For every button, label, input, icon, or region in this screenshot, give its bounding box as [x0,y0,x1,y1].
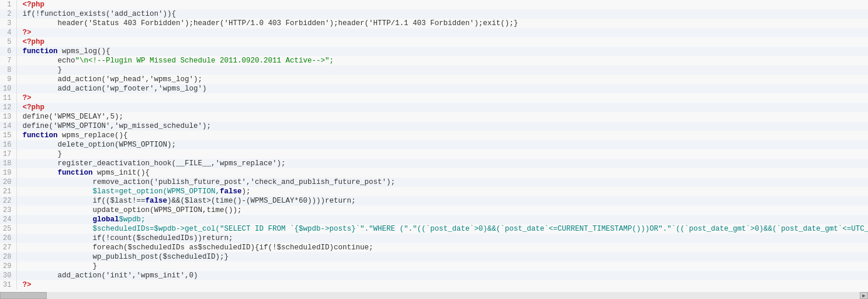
line-code: $last=get_option(WPMS_OPTION,false); [16,187,868,196]
code-token: <?php [23,1,45,9]
code-token: ?> [23,94,32,102]
line-number: 13 [0,112,16,121]
line-number: 20 [0,178,16,187]
line-number: 9 [0,75,16,84]
code-token: if(!count($scheduledIDs))return; [23,234,233,242]
line-number: 24 [0,215,16,224]
line-number: 29 [0,262,16,271]
code-token: global [93,215,119,224]
code-token: ?> [23,29,32,37]
line-code: delete_option(WPMS_OPTION); [16,140,868,150]
line-number: 31 [0,280,16,290]
code-token: echo [23,57,75,65]
table-row: 28 wp_publish_post($scheduledID);} [0,252,868,262]
table-row: 14define('WPMS_OPTION','wp_missed_schedu… [0,121,868,131]
code-token: add_action('wp_footer','wpms_log') [23,85,207,93]
line-number: 4 [0,28,16,37]
code-token: define('WPMS_DELAY',5); [23,113,124,121]
code-token: )&&($last>(time()-(WPMS_DELAY*60))))retu… [167,197,356,205]
code-token: wpms_replace(){ [58,131,128,140]
line-number: 27 [0,243,16,252]
line-code: if(!function_exists('add_action')){ [16,9,868,19]
table-row: 31?> [0,280,868,290]
code-token: wp_publish_post($scheduledID);} [23,253,229,261]
table-row: 26 if(!count($scheduledIDs))return; [0,234,868,243]
line-code: <?php [16,103,868,112]
line-code: if(!count($scheduledIDs))return; [16,234,868,243]
line-number: 10 [0,84,16,93]
table-row: 18 register_deactivation_hook(__FILE__,'… [0,159,868,168]
line-code: define('WPMS_OPTION','wp_missed_schedule… [16,121,868,131]
line-number: 15 [0,131,16,140]
line-code: update_option(WPMS_OPTION,time()); [16,206,868,215]
table-row: 22 if(($last!==false)&&($last>(time()-(W… [0,196,868,206]
line-code: echo"\n<!--Plugin WP Missed Schedule 201… [16,56,868,65]
code-token: function [23,131,58,140]
code-token: wpms_init(){ [93,169,150,177]
table-row: 12<?php [0,103,868,112]
line-code: $scheduledIDs=$wpdb->get_col("SELECT ID … [16,224,868,234]
line-number: 2 [0,9,16,19]
table-row: 20 remove_action('publish_future_post','… [0,178,868,187]
code-token: false [146,197,168,205]
line-code: header('Status 403 Forbidden');header('H… [16,19,868,28]
line-code: ?> [16,280,868,290]
line-code: function wpms_log(){ [16,47,868,56]
line-code: add_action('init','wpms_init',0) [16,271,868,280]
code-token: } [23,150,63,158]
scrollbar-thumb[interactable] [0,292,47,299]
line-code: wp_publish_post($scheduledID);} [16,252,868,262]
code-token: header('Status 403 Forbidden');header('H… [23,19,518,27]
line-code: <?php [16,0,868,9]
line-number: 19 [0,168,16,178]
code-token [23,169,58,177]
table-row: 29 } [0,262,868,271]
line-code: add_action('wp_head','wpms_log'); [16,75,868,84]
table-row: 25 $scheduledIDs=$wpdb->get_col("SELECT … [0,224,868,234]
line-code: define('WPMS_DELAY',5); [16,112,868,121]
line-code: <?php [16,37,868,47]
line-code: } [16,65,868,75]
table-row: 23 update_option(WPMS_OPTION,time()); [0,206,868,215]
table-row: 7 echo"\n<!--Plugin WP Missed Schedule 2… [0,56,868,65]
table-row: 1<?php [0,0,868,9]
line-number: 23 [0,206,16,215]
code-token: ?> [23,281,32,289]
table-row: 16 delete_option(WPMS_OPTION); [0,140,868,150]
code-token: delete_option(WPMS_OPTION); [23,141,177,149]
code-token: remove_action('publish_future_post','che… [23,178,396,186]
table-row: 2if(!function_exists('add_action')){ [0,9,868,19]
table-row: 5<?php [0,37,868,47]
line-number: 26 [0,234,16,243]
table-row: 21 $last=get_option(WPMS_OPTION,false); [0,187,868,196]
code-token: } [23,66,63,74]
code-token: update_option(WPMS_OPTION,time()); [23,206,242,214]
line-code: remove_action('publish_future_post','che… [16,178,868,187]
scrollbar-arrow-right[interactable]: ▶ [860,292,868,299]
code-token: $scheduledIDs=$wpdb->get_col("SELECT ID … [23,225,869,233]
code-token [23,215,93,224]
line-code: ?> [16,93,868,103]
line-number: 5 [0,37,16,47]
line-number: 17 [0,150,16,159]
line-code: add_action('wp_footer','wpms_log') [16,84,868,93]
table-row: 15function wpms_replace(){ [0,131,868,140]
line-number: 22 [0,196,16,206]
line-number: 11 [0,93,16,103]
line-number: 21 [0,187,16,196]
code-token: <?php [23,38,45,46]
table-row: 8 } [0,65,868,75]
code-token: foreach($scheduledIDs as$scheduledID){if… [23,244,374,252]
line-code: } [16,262,868,271]
table-row: 3 header('Status 403 Forbidden');header(… [0,19,868,28]
line-code: function wpms_replace(){ [16,131,868,140]
line-number: 8 [0,65,16,75]
line-number: 16 [0,140,16,150]
code-editor[interactable]: 1<?php2if(!function_exists('add_action')… [0,0,868,299]
line-number: 7 [0,56,16,65]
code-token: <?php [23,103,45,112]
line-code: foreach($scheduledIDs as$scheduledID){if… [16,243,868,252]
code-token: if(($last!== [23,197,146,205]
line-code: if(($last!==false)&&($last>(time()-(WPMS… [16,196,868,206]
horizontal-scrollbar[interactable]: ▶ [0,292,868,299]
